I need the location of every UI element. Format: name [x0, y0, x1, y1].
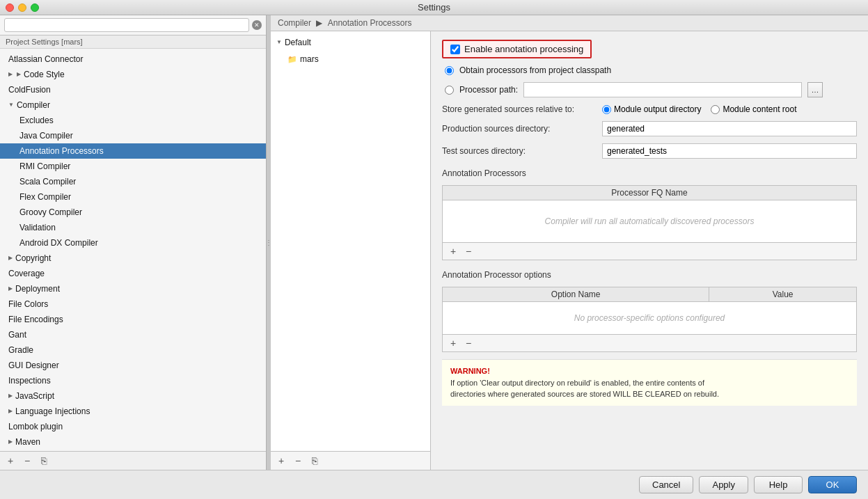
add-processor-button[interactable]: + — [447, 245, 459, 258]
bottom-bar: Cancel Apply Help OK — [0, 470, 868, 499]
minimize-button[interactable] — [18, 3, 26, 12]
breadcrumb-part2: Annotation Processors — [328, 18, 412, 28]
ok-button[interactable]: OK — [808, 476, 857, 493]
production-sources-label: Production sources directory: — [442, 124, 595, 134]
add-item-button[interactable]: + — [4, 454, 17, 467]
annotation-tree: ▼ Default 📁 mars + − ⎘ — [271, 31, 431, 470]
add-option-button[interactable]: + — [447, 337, 459, 349]
cancel-button[interactable]: Cancel — [639, 476, 693, 493]
search-bar: ✕ — [0, 15, 266, 35]
sidebar-item-javascript[interactable]: ▶ JavaScript — [0, 388, 266, 404]
apply-button[interactable]: Apply — [699, 476, 748, 493]
enable-annotation-checkbox[interactable] — [450, 45, 460, 54]
sidebar-item-code-style[interactable]: ▶ Code Style — [0, 67, 266, 82]
processor-path-row: Processor path: … — [445, 82, 857, 97]
sidebar-item-scala-compiler[interactable]: Scala Compiler — [0, 174, 266, 189]
module-content-label[interactable]: Module content root — [723, 104, 796, 114]
sidebar-item-java-compiler[interactable]: Java Compiler — [0, 128, 266, 143]
remove-option-button[interactable]: − — [462, 337, 475, 349]
store-sources-label: Store generated sources relative to: — [442, 104, 595, 114]
help-button[interactable]: Help — [754, 476, 803, 493]
right-content: ▼ Default 📁 mars + − ⎘ — [271, 31, 868, 470]
annotation-processors-table: Processor FQ Name Compiler will run all … — [442, 185, 857, 260]
ann-tree-bottom: + − ⎘ — [271, 451, 430, 470]
sidebar-item-validation[interactable]: Validation — [0, 220, 266, 235]
annotation-processors-section-title: Annotation Processors — [442, 168, 857, 178]
sidebar-item-inspections[interactable]: Inspections — [0, 373, 266, 388]
annotation-tree-content: ▼ Default 📁 mars — [271, 31, 430, 451]
sidebar-item-copyright[interactable]: ▶ Copyright — [0, 251, 266, 266]
sidebar-item-compiler[interactable]: ▼ Compiler — [0, 97, 266, 113]
sidebar-item-gradle[interactable]: Gradle — [0, 342, 266, 358]
module-output-label[interactable]: Module output directory — [614, 104, 701, 114]
sidebar-item-language-injections[interactable]: ▶ Language Injections — [0, 404, 266, 419]
processor-path-input[interactable] — [523, 82, 802, 97]
options-empty-row: No processor-specific options configured — [443, 302, 856, 335]
window-title: Settings — [418, 2, 450, 13]
ann-tree-default-label: Default — [285, 36, 311, 49]
breadcrumb: Compiler ▶ Annotation Processors — [271, 15, 868, 31]
processor-table-actions: + − — [443, 242, 856, 260]
test-sources-input[interactable] — [602, 143, 857, 159]
obtain-classpath-radio[interactable] — [445, 66, 454, 75]
warning-box: WARNING! If option 'Clear output directo… — [442, 359, 857, 406]
main-content: ✕ Project Settings [mars] Atlassian Conn… — [0, 15, 868, 470]
clear-search-button[interactable]: ✕ — [252, 20, 262, 30]
obtain-classpath-label[interactable]: Obtain processors from project classpath — [459, 65, 611, 75]
test-sources-row: Test sources directory: — [442, 143, 857, 159]
folder-icon: 📁 — [287, 53, 297, 65]
processor-path-browse-button[interactable]: … — [807, 82, 823, 97]
enable-annotation-label[interactable]: Enable annotation processing — [464, 44, 583, 54]
sidebar-item-annotation-processors[interactable]: Annotation Processors — [0, 143, 266, 159]
options-table-actions: + − — [443, 334, 856, 351]
annotation-options-table: Option Name Value No processor-specific … — [442, 287, 857, 352]
store-sources-radio-group: Module output directory Module content r… — [602, 104, 796, 114]
ann-copy-button[interactable]: ⎘ — [308, 454, 321, 467]
option-name-header: Option Name — [443, 287, 709, 302]
module-output-radio[interactable] — [602, 105, 611, 114]
processor-path-radio[interactable] — [445, 86, 454, 95]
copy-item-button[interactable]: ⎘ — [38, 454, 50, 467]
left-panel: ✕ Project Settings [mars] Atlassian Conn… — [0, 15, 267, 470]
sidebar-item-flex-compiler[interactable]: Flex Compiler — [0, 189, 266, 205]
sidebar-item-excludes[interactable]: Excludes — [0, 113, 266, 128]
sidebar-item-android-dx[interactable]: Android DX Compiler — [0, 235, 266, 251]
search-input[interactable] — [4, 18, 249, 32]
processor-fq-name-header: Processor FQ Name — [443, 186, 856, 200]
module-content-radio[interactable] — [711, 105, 720, 114]
ann-tree-mars-label: mars — [300, 53, 319, 65]
sidebar-item-rmi-compiler[interactable]: RMI Compiler — [0, 159, 266, 174]
maximize-button[interactable] — [31, 3, 39, 12]
options-table: Option Name Value No processor-specific … — [443, 287, 856, 334]
warning-text: If option 'Clear output directory on reb… — [450, 379, 719, 399]
settings-tree: Atlassian Connector ▶ Code Style ColdFus… — [0, 49, 266, 451]
store-sources-row: Store generated sources relative to: Mod… — [442, 104, 857, 114]
sidebar-item-coldfusion[interactable]: ColdFusion — [0, 82, 266, 97]
remove-processor-button[interactable]: − — [462, 245, 475, 258]
window-controls[interactable] — [6, 3, 39, 12]
processor-path-label[interactable]: Processor path: — [459, 85, 518, 95]
sidebar-item-lombok[interactable]: Lombok plugin — [0, 419, 266, 434]
production-sources-input[interactable] — [602, 121, 857, 136]
obtain-classpath-row: Obtain processors from project classpath — [445, 65, 857, 75]
remove-item-button[interactable]: − — [21, 454, 33, 467]
ann-remove-button[interactable]: − — [292, 454, 304, 467]
test-sources-label: Test sources directory: — [442, 146, 595, 156]
sidebar-item-deployment[interactable]: ▶ Deployment — [0, 281, 266, 296]
ann-add-button[interactable]: + — [275, 454, 287, 467]
expand-icon: ▼ — [276, 36, 282, 49]
sidebar-item-file-encodings[interactable]: File Encodings — [0, 312, 266, 327]
close-button[interactable] — [6, 3, 14, 12]
breadcrumb-arrow: ▶ — [316, 18, 324, 28]
ann-tree-default[interactable]: ▼ Default — [271, 34, 430, 51]
sidebar-item-atlassian[interactable]: Atlassian Connector — [0, 52, 266, 67]
sidebar-item-gui-designer[interactable]: GUI Designer — [0, 358, 266, 373]
sidebar-item-coverage[interactable]: Coverage — [0, 266, 266, 281]
sidebar-item-maven[interactable]: ▶ Maven — [0, 434, 266, 450]
sidebar-item-gant[interactable]: Gant — [0, 327, 266, 342]
sidebar-item-file-colors[interactable]: File Colors — [0, 296, 266, 312]
sidebar-item-groovy-compiler[interactable]: Groovy Compiler — [0, 205, 266, 220]
processor-empty-message: Compiler will run all automatically disc… — [443, 200, 856, 242]
enable-annotation-row: Enable annotation processing — [442, 40, 592, 58]
ann-tree-mars[interactable]: 📁 mars — [271, 51, 430, 68]
